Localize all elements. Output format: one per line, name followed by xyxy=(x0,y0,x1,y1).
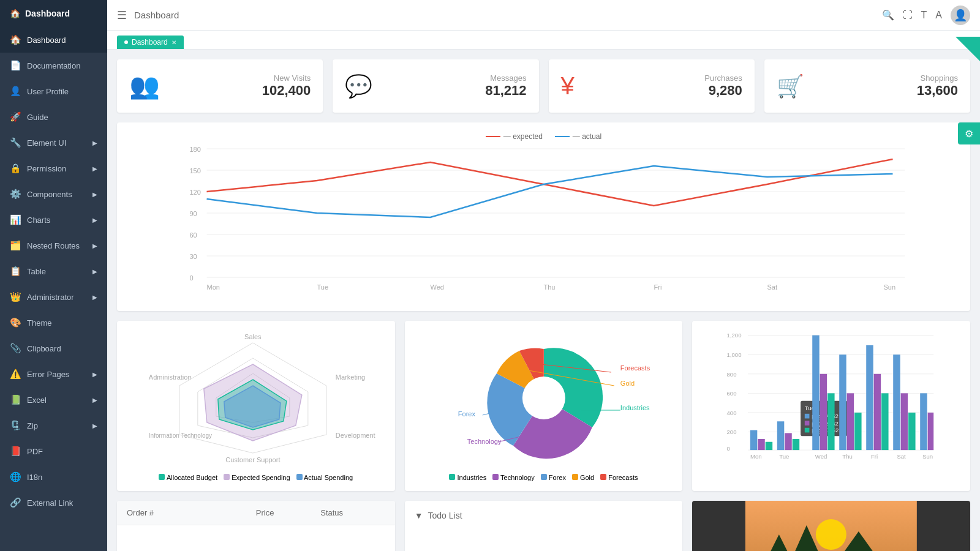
hamburger-icon[interactable]: ☰ xyxy=(117,9,127,22)
sidebar-item-nested-routes[interactable]: 🗂️ Nested Routes ▶ xyxy=(0,233,107,258)
bar-chart-svg: 1,200 1,000 800 600 400 200 0 xyxy=(702,331,960,465)
svg-text:400: 400 xyxy=(727,410,737,416)
table-header-row: Order # Price Status xyxy=(117,501,395,525)
sidebar-label-3: Guide xyxy=(27,113,48,122)
svg-text:Mon: Mon xyxy=(750,453,762,460)
svg-rect-68 xyxy=(805,421,810,425)
svg-text:180: 180 xyxy=(190,146,201,153)
sidebar-item-i18n[interactable]: 🌐 I18n xyxy=(0,464,107,490)
sidebar-icon-5: 🔒 xyxy=(10,163,21,174)
sidebar-icon-1: 📄 xyxy=(10,60,21,71)
chevron-icon-7: ▶ xyxy=(92,217,97,223)
sidebar-icon-14: 📗 xyxy=(10,394,21,405)
svg-rect-77 xyxy=(854,413,861,450)
messages-label: Messages xyxy=(485,73,526,83)
svg-rect-72 xyxy=(813,335,820,450)
todo-collapse-icon[interactable]: ▼ xyxy=(415,511,423,520)
tab-dot xyxy=(124,40,128,44)
line-chart-card: — expected — actual 180 150 120 90 60 30… xyxy=(117,122,970,311)
sidebar-label-5: Permission xyxy=(27,164,66,173)
tab-dashboard[interactable]: Dashboard ✕ xyxy=(117,36,184,49)
sidebar-icon-3: 🚀 xyxy=(10,111,21,122)
sidebar-icon-17: 🌐 xyxy=(10,471,21,482)
svg-rect-74 xyxy=(827,393,834,450)
landscape-image xyxy=(692,501,970,551)
svg-text:Tue: Tue xyxy=(780,453,790,460)
bar-chart-card: 1,200 1,000 800 600 400 200 0 xyxy=(692,321,970,491)
legend-expected: — expected xyxy=(486,132,543,141)
sidebar-item-pdf[interactable]: 📕 PDF xyxy=(0,438,107,464)
svg-text:Gold: Gold xyxy=(620,380,634,387)
bottom-row: Order # Price Status ▼ Todo List xyxy=(117,501,970,551)
shoppings-icon: 🛒 xyxy=(777,73,804,99)
settings-panel-button[interactable]: ⚙ xyxy=(958,122,980,144)
svg-text:Development: Development xyxy=(336,432,375,439)
lang-icon[interactable]: A xyxy=(935,10,942,21)
font-icon[interactable]: T xyxy=(921,10,927,21)
stat-new-visits: 👥 New Visits 102,400 xyxy=(117,59,323,113)
svg-text:Thu: Thu xyxy=(544,283,556,291)
sidebar-item-external-link[interactable]: 🔗 External Link xyxy=(0,490,107,515)
svg-rect-82 xyxy=(901,393,908,450)
svg-text:200: 200 xyxy=(727,429,737,435)
sidebar-item-charts[interactable]: 📊 Charts ▶ xyxy=(0,207,107,233)
user-avatar[interactable]: 👤 xyxy=(951,6,970,25)
svg-text:150: 150 xyxy=(190,167,201,174)
svg-text:Thu: Thu xyxy=(843,453,853,460)
sidebar-item-documentation[interactable]: 📄 Documentation xyxy=(0,53,107,78)
svg-rect-76 xyxy=(847,393,854,450)
sidebar-label-8: Nested Routes xyxy=(27,241,80,250)
sidebar-item-clipboard[interactable]: 📎 Clipboard xyxy=(0,335,107,361)
sidebar-item-guide[interactable]: 🚀 Guide xyxy=(0,104,107,130)
allocated-dot xyxy=(159,474,165,480)
purchases-icon: ¥ xyxy=(561,72,575,100)
svg-rect-66 xyxy=(805,414,810,419)
svg-text:Sat: Sat xyxy=(767,283,778,291)
header-icons: 🔍 ⛶ T A 👤 xyxy=(882,6,970,25)
sidebar: 🏠 Dashboard 🏠 Dashboard 📄 Documentation … xyxy=(0,0,107,551)
purchases-value: 9,280 xyxy=(704,83,742,99)
sidebar-item-element-ui[interactable]: 🔧 Element UI ▶ xyxy=(0,130,107,156)
sidebar-item-error-pages[interactable]: ⚠️ Error Pages ▶ xyxy=(0,361,107,387)
svg-rect-81 xyxy=(894,354,900,450)
sidebar-label-2: User Profile xyxy=(27,87,69,96)
header-title: Dashboard xyxy=(134,10,875,20)
sidebar-item-permission[interactable]: 🔒 Permission ▶ xyxy=(0,156,107,181)
svg-rect-78 xyxy=(867,345,873,450)
logo-text: Dashboard xyxy=(25,9,70,18)
sidebar-item-table[interactable]: 📋 Table ▶ xyxy=(0,258,107,284)
fullscreen-icon[interactable]: ⛶ xyxy=(903,10,913,21)
svg-text:Industries: Industries xyxy=(620,404,649,411)
sidebar-label-12: Clipboard xyxy=(27,344,61,353)
sidebar-icon-18: 🔗 xyxy=(10,497,21,508)
sidebar-icon-4: 🔧 xyxy=(10,137,21,148)
sidebar-icon-0: 🏠 xyxy=(10,34,21,45)
svg-text:Customer Support: Customer Support xyxy=(225,456,280,463)
search-icon[interactable]: 🔍 xyxy=(882,9,894,21)
sidebar-item-components[interactable]: ⚙️ Components ▶ xyxy=(0,181,107,207)
svg-text:60: 60 xyxy=(190,231,197,239)
messages-info: Messages 81,212 xyxy=(485,73,526,99)
sidebar-label-10: Administrator xyxy=(27,293,74,302)
col-price: Price xyxy=(256,508,320,517)
svg-rect-73 xyxy=(820,374,827,450)
tabs-bar: Dashboard ✕ xyxy=(107,31,980,50)
tab-close-icon[interactable]: ✕ xyxy=(172,39,176,46)
pie-chart-card: Forecasts Gold Industries Forex Technolo… xyxy=(405,321,683,491)
svg-text:1,000: 1,000 xyxy=(727,351,742,358)
svg-rect-62 xyxy=(785,433,792,450)
sidebar-item-dashboard[interactable]: 🏠 Dashboard xyxy=(0,27,107,53)
sidebar-item-zip[interactable]: 🗜️ Zip ▶ xyxy=(0,413,107,438)
sidebar-item-excel[interactable]: 📗 Excel ▶ xyxy=(0,387,107,413)
sidebar-item-user-profile[interactable]: 👤 User Profile xyxy=(0,78,107,104)
sidebar-item-administrator[interactable]: 👑 Administrator ▶ xyxy=(0,284,107,310)
sidebar-icon-11: 🎨 xyxy=(10,317,21,328)
radar-legend-expected: Expected Spending xyxy=(224,474,290,481)
svg-text:Administration: Administration xyxy=(149,373,192,381)
svg-text:30: 30 xyxy=(190,253,197,260)
sidebar-icon-10: 👑 xyxy=(10,291,21,302)
expected-line xyxy=(486,136,500,137)
sidebar-item-theme[interactable]: 🎨 Theme xyxy=(0,310,107,335)
svg-rect-85 xyxy=(928,413,934,450)
shoppings-value: 13,600 xyxy=(917,83,958,99)
